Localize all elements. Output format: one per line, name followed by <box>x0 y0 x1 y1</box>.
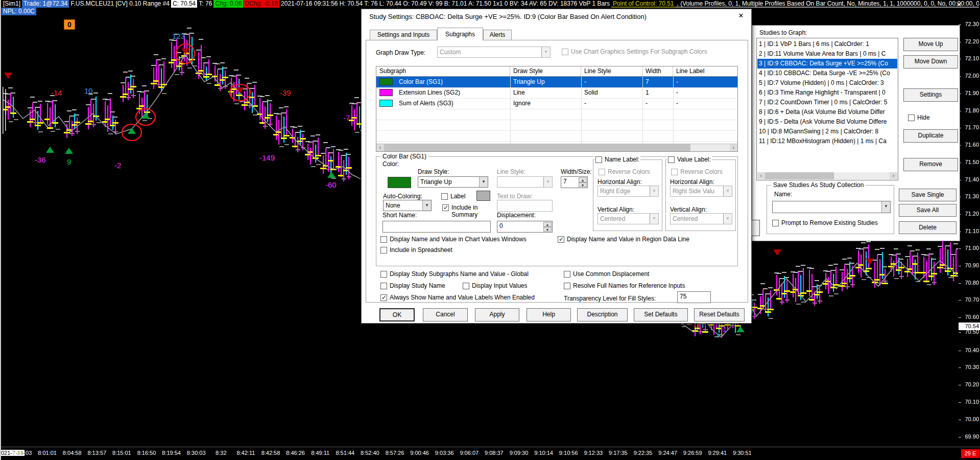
chevron-down-icon[interactable]: ▼ <box>479 177 488 187</box>
transparency-input[interactable]: 75 <box>677 291 711 303</box>
duplicate-button[interactable]: Duplicate <box>903 129 958 143</box>
value-label-checkbox[interactable]: Value Label: <box>668 156 711 163</box>
remove-button[interactable]: Remove <box>903 158 958 171</box>
close-icon[interactable]: ✕ <box>957 1 962 8</box>
scroll-right-icon[interactable]: › <box>890 172 897 179</box>
include-spreadsheet-checkbox[interactable]: Include in Spreadsheet <box>380 246 452 254</box>
spinner-arrows-icon[interactable]: ▲▼ <box>579 177 587 187</box>
studies-list-item[interactable]: 3 | ID:9 CBBOAC: Delta Surge +VE >=25% (… <box>757 59 897 68</box>
price-scale[interactable]: 72.3072.2072.1072.0071.9071.8071.7071.60… <box>958 15 980 447</box>
collection-name-combo[interactable]: ▼ <box>772 201 891 213</box>
checkbox-icon[interactable] <box>380 236 387 243</box>
auto-coloring-combo[interactable]: None▼ <box>383 200 432 211</box>
tab-alerts[interactable]: Alerts <box>483 30 512 40</box>
checkbox-icon[interactable] <box>564 283 570 289</box>
checkbox-checked-icon[interactable] <box>442 204 449 211</box>
chevron-down-icon[interactable]: ▼ <box>422 200 431 211</box>
table-row[interactable]: Sum of Alerts (SG3)Ignore--- <box>376 98 737 109</box>
draw-style-combo[interactable]: Triangle Up▼ <box>418 176 488 188</box>
cancel-button[interactable]: Cancel <box>423 308 468 321</box>
subgraphs-global-checkbox[interactable]: Display Study Subgraphs Name and Value -… <box>380 270 529 278</box>
spinner-arrows-icon[interactable]: ▲▼ <box>543 222 552 232</box>
tab-subgraphs[interactable]: Subgraphs <box>437 28 483 40</box>
set-defaults-button[interactable]: Set Defaults <box>634 308 688 321</box>
delete-button[interactable]: Delete <box>899 221 957 234</box>
description-button[interactable]: Description <box>577 308 628 321</box>
display-input-values-checkbox[interactable]: Display Input Values <box>463 282 528 289</box>
studies-list-item[interactable]: 5 | ID:7 Volume (Hidden) | 0 ms | CalcOr… <box>757 78 897 88</box>
checkbox-icon[interactable] <box>668 156 675 163</box>
studies-list-item[interactable]: 10 | ID:8 MGannSwing | 2 ms | CalcOrder:… <box>757 127 897 136</box>
col-line-style[interactable]: Line Style <box>581 66 642 77</box>
ok-button[interactable]: OK <box>379 308 415 321</box>
tab-settings-and-inputs[interactable]: Settings and Inputs <box>370 30 437 40</box>
move-down-button[interactable]: Move Down <box>903 55 958 68</box>
display-study-name-checkbox[interactable]: Display Study Name <box>380 282 445 289</box>
studies-list-item[interactable]: 2 | ID:11 Volume Value Area for Bars | 0… <box>757 49 897 59</box>
move-up-button[interactable]: Move Up <box>903 38 958 51</box>
help-button[interactable]: Help <box>527 308 571 321</box>
prompt-remove-checkbox[interactable]: Prompt to Remove Existing Studies <box>772 219 878 226</box>
studies-list-item[interactable]: 4 | ID:10 CBBOAC: Delta Surge -VE >=25% … <box>757 68 897 78</box>
short-name-input[interactable] <box>383 221 491 233</box>
scroll-right-icon[interactable]: › <box>730 144 737 151</box>
resolve-full-names-checkbox[interactable]: Resolve Full Names for Reference Inputs <box>564 282 685 289</box>
studies-list-item[interactable]: 8 | ID:6 + Delta (Ask Volume Bid Volume … <box>757 107 897 117</box>
gray-tick <box>931 259 936 260</box>
name-label-checkbox[interactable]: Name Label: <box>595 156 639 163</box>
reset-defaults-button[interactable]: Reset Defaults <box>694 308 745 321</box>
always-show-labels-checkbox[interactable]: Always Show Name and Value Labels When E… <box>380 294 535 301</box>
scrollbar-thumb[interactable] <box>765 172 834 179</box>
label-checkbox[interactable]: Label <box>441 193 465 200</box>
studies-list-item[interactable]: 11 | ID:12 MBoxHistogram (Hidden) | 1 ms… <box>757 136 897 146</box>
checkbox-checked-icon[interactable] <box>558 236 564 243</box>
checkbox-icon[interactable] <box>772 220 779 226</box>
save-all-button[interactable]: Save All <box>899 204 957 217</box>
studies-list-item[interactable]: 1 | ID:1 VbP 1 Bars | 6 ms | CalcOrder: … <box>757 39 897 49</box>
checkbox-icon[interactable] <box>441 193 448 200</box>
gray-tick <box>905 256 910 257</box>
checkbox-icon[interactable] <box>380 283 387 289</box>
studies-list-hscrollbar[interactable]: ‹ › <box>757 172 897 179</box>
time-axis[interactable]: 021-7-16 29 E 8:00:038:01:018:04:588:13:… <box>0 447 980 460</box>
label-color-swatch-button[interactable] <box>476 191 490 201</box>
displacement-spinner[interactable]: 0 ▲▼ <box>497 221 553 233</box>
studies-list[interactable]: ‹ › 1 | ID:1 VbP 1 Bars | 6 ms | CalcOrd… <box>756 38 898 180</box>
chevron-down-icon[interactable]: ▼ <box>881 201 890 213</box>
subgraph-table[interactable]: Subgraph Draw Style Line Style Width Lin… <box>376 66 738 152</box>
scroll-left-icon[interactable]: ‹ <box>757 172 765 179</box>
color-swatch-button[interactable] <box>388 177 411 188</box>
close-icon[interactable]: ✕ <box>736 12 746 21</box>
col-subgraph[interactable]: Subgraph <box>376 66 510 77</box>
col-line-label[interactable]: Line Label <box>673 66 737 77</box>
display-chart-values-checkbox[interactable]: Display Name and Value in Chart Values W… <box>380 236 527 243</box>
gray-tick <box>907 245 912 246</box>
save-single-button[interactable]: Save Single <box>899 189 957 201</box>
table-row[interactable]: Color Bar (SG1)Triangle Up-7- <box>376 77 737 87</box>
checkbox-icon[interactable] <box>595 156 602 163</box>
common-displacement-checkbox[interactable]: Use Common Displacement <box>564 270 649 278</box>
gray-tick <box>28 107 32 108</box>
studies-list-item[interactable]: 9 | ID:5 - Delta (Ask Volume Bid Volume … <box>757 117 897 127</box>
checkbox-checked-icon[interactable] <box>380 294 387 301</box>
checkbox-icon[interactable] <box>380 271 387 278</box>
hide-checkbox[interactable]: Hide <box>908 114 930 121</box>
studies-list-item[interactable]: 6 | ID:3 Time Range Highlight - Transpar… <box>757 88 897 98</box>
checkbox-icon[interactable] <box>564 271 570 278</box>
scroll-left-icon[interactable]: ‹ <box>376 144 384 151</box>
display-region-data-checkbox[interactable]: Display Name and Value in Region Data Li… <box>558 236 689 243</box>
include-in-summary-checkbox[interactable]: Include in Summary <box>442 204 483 218</box>
studies-list-item[interactable]: 7 | ID:2 CountDown Timer | 0 ms | CalcOr… <box>757 98 897 107</box>
col-draw-style[interactable]: Draw Style <box>510 66 581 77</box>
col-width[interactable]: Width <box>642 66 673 77</box>
scrollbar-thumb[interactable] <box>384 144 690 151</box>
table-row[interactable]: Extension Lines (SG2)LineSolid1- <box>376 87 737 98</box>
width-size-spinner[interactable]: 7 ▲▼ <box>561 176 588 188</box>
apply-button[interactable]: Apply <box>475 308 519 321</box>
checkbox-icon[interactable] <box>463 283 469 289</box>
settings-button[interactable]: Settings <box>903 88 958 102</box>
price-tick: 71.40 <box>958 176 980 183</box>
checkbox-icon[interactable] <box>380 247 387 254</box>
checkbox-icon[interactable] <box>908 114 915 121</box>
table-hscrollbar[interactable]: ‹ › <box>376 144 737 151</box>
